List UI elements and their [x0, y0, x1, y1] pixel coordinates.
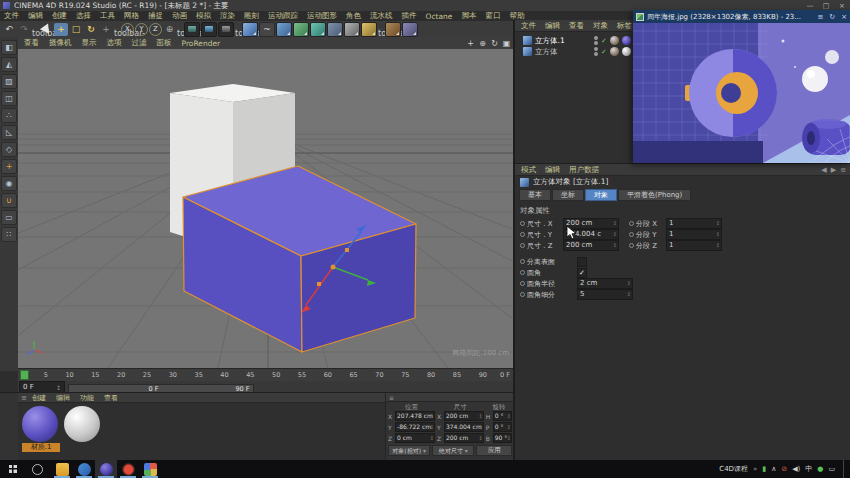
anim-dot-icon[interactable] — [629, 221, 634, 226]
coord-mode-dropdown[interactable]: 对象(相对) — [388, 445, 430, 456]
attribute-menu-item[interactable]: 模式 — [521, 165, 536, 175]
poster-image[interactable] — [633, 23, 850, 163]
render-picture-viewer-button[interactable] — [201, 22, 217, 37]
size-x-input[interactable]: 200 cm — [563, 218, 619, 229]
polygon-mode-icon[interactable]: ◇ — [1, 142, 17, 157]
material-name[interactable]: 材质.1 — [22, 443, 60, 452]
menu-item[interactable]: 雕刻 — [244, 11, 259, 21]
lock-workplane-icon[interactable]: ▭ — [1, 210, 17, 225]
camera-button[interactable] — [344, 22, 360, 37]
segments-x-input[interactable]: 1 — [666, 218, 722, 229]
workplane-button[interactable] — [402, 22, 418, 37]
cortana-search-icon[interactable] — [32, 464, 43, 475]
lock-y-button[interactable]: Y — [135, 23, 148, 36]
position-x-field[interactable]: 207.478 cm — [395, 411, 435, 421]
network-icon[interactable]: ▭ — [828, 465, 835, 473]
phong-tag-icon[interactable] — [610, 47, 619, 56]
volume-icon[interactable]: ◀) — [792, 465, 800, 473]
environment-button[interactable] — [327, 22, 343, 37]
timeline-playhead[interactable] — [20, 370, 29, 380]
material-preview-purple[interactable] — [22, 406, 58, 442]
toolbar-gap[interactable]: toolbar-gap — [378, 29, 384, 30]
add-primitive-button[interactable] — [242, 22, 258, 37]
menu-item[interactable]: 运动图形 — [307, 11, 337, 21]
anim-dot-icon[interactable] — [520, 270, 525, 275]
fillet-subdivision-input[interactable]: 5 — [577, 289, 633, 300]
position-y-field[interactable]: -86.722 cm — [395, 422, 435, 432]
point-mode-icon[interactable]: ∴ — [1, 108, 17, 123]
render-view-button[interactable] — [184, 22, 200, 37]
toolbar-gap[interactable]: toolbar-gap — [32, 29, 38, 30]
menu-item[interactable]: 流水线 — [370, 11, 393, 21]
history-forward-icon[interactable]: ▶ — [831, 166, 836, 174]
object-name[interactable]: 立方体 — [535, 47, 587, 57]
position-z-field[interactable]: 0 cm — [395, 433, 435, 443]
mograph-button[interactable] — [293, 22, 309, 37]
timeline-ruler[interactable]: 051015202530354045505560657075808590 0 F — [18, 368, 513, 382]
lock-x-button[interactable]: X — [121, 23, 134, 36]
menu-item[interactable]: 窗口 — [485, 11, 500, 21]
viewport-menu-item[interactable]: 过滤 — [132, 38, 147, 48]
anim-dot-icon[interactable] — [629, 243, 634, 248]
lock-z-button[interactable]: Z — [149, 23, 162, 36]
tray-expand-icon[interactable]: ∧ — [771, 465, 776, 473]
toolbar-gap[interactable]: toolbar-gap — [235, 29, 241, 30]
toolbar-gap[interactable]: toolbar-gap — [177, 29, 183, 30]
size-mode-dropdown[interactable]: 绝对尺寸 — [432, 445, 474, 456]
texture-mode-icon[interactable]: ▨ — [1, 74, 17, 89]
attribute-tab[interactable]: 对象 — [585, 189, 617, 201]
apply-button[interactable]: 应用 — [476, 445, 512, 456]
viewport-canvas[interactable] — [18, 49, 513, 368]
taskbar-image-viewer[interactable] — [139, 460, 161, 478]
material-name[interactable] — [64, 443, 102, 452]
viewport-menu-item[interactable]: 面板 — [157, 38, 172, 48]
model-mode-icon[interactable]: ◭ — [1, 57, 17, 72]
viewport-menu-item[interactable]: 摄像机 — [49, 38, 72, 48]
visibility-dots[interactable] — [594, 47, 598, 56]
material-tag-icon[interactable] — [622, 36, 631, 45]
size-y-field[interactable]: 374.004 cm — [444, 422, 484, 432]
workplane-mode-icon[interactable]: ◫ — [1, 91, 17, 106]
attribute-tab[interactable]: 基本 — [519, 189, 551, 201]
fillet-checkbox[interactable]: ✓ — [577, 268, 587, 278]
panel-menu-icon[interactable]: ≡ — [840, 166, 846, 174]
rotate-tool-icon[interactable]: ↻ — [84, 23, 98, 36]
taskbar-screen-recorder[interactable] — [117, 460, 139, 478]
taskbar-file-explorer[interactable] — [51, 460, 73, 478]
menu-item[interactable]: 编辑 — [28, 11, 43, 21]
render-settings-button[interactable] — [218, 22, 234, 37]
show-desktop-button[interactable] — [843, 460, 846, 478]
deformer-button[interactable] — [310, 22, 326, 37]
menu-item[interactable]: 选择 — [76, 11, 91, 21]
battery-icon[interactable]: ▮ — [762, 465, 766, 473]
attribute-menu-item[interactable]: 编辑 — [545, 165, 560, 175]
menu-item[interactable]: 文件 — [4, 11, 19, 21]
object-manager-menu-item[interactable]: 编辑 — [545, 21, 560, 31]
menu-item[interactable]: 运动跟踪 — [268, 11, 298, 21]
image-viewer-titlebar[interactable]: 周年海报.jpg (2328×1302像素, 833KB) - 23... ≡↻… — [633, 10, 850, 23]
overflow-chevron-icon[interactable]: » — [753, 465, 757, 473]
anim-dot-icon[interactable] — [520, 243, 525, 248]
scale-tool-icon[interactable]: □ — [69, 23, 83, 36]
convert-object-icon[interactable]: ◧ — [1, 40, 17, 55]
material-panel-menu-icon[interactable]: ≡ — [21, 394, 27, 402]
taskbar-cinema4d[interactable] — [95, 460, 117, 478]
snap-icon[interactable]: ∪ — [1, 193, 17, 208]
viewport-menu-item[interactable]: 显示 — [82, 38, 97, 48]
maximize-button[interactable]: □ — [818, 2, 834, 10]
attribute-menu-item[interactable]: 用户数据 — [569, 165, 599, 175]
coord-system-icon[interactable]: ⊕ — [163, 23, 176, 36]
snap-toggle-button[interactable] — [385, 22, 401, 37]
menu-item[interactable]: 动画 — [172, 11, 187, 21]
menu-item[interactable]: 网格 — [124, 11, 139, 21]
axis-mode-icon[interactable]: + — [1, 159, 17, 174]
toolbar-gap[interactable]: toolbar-gap — [114, 29, 120, 30]
ime-icon[interactable]: 中 — [805, 464, 812, 474]
menu-item[interactable]: 工具 — [100, 11, 115, 21]
recorder-tray-icon[interactable]: ⊘ — [781, 465, 787, 473]
menu-item[interactable]: 脚本 — [461, 11, 476, 21]
menu-item[interactable]: 插件 — [402, 11, 417, 21]
size-x-field[interactable]: 200 cm — [444, 411, 484, 421]
viewer-rotate-icon[interactable]: ↻ — [829, 13, 835, 21]
material-menu-item[interactable]: 功能 — [80, 393, 94, 403]
